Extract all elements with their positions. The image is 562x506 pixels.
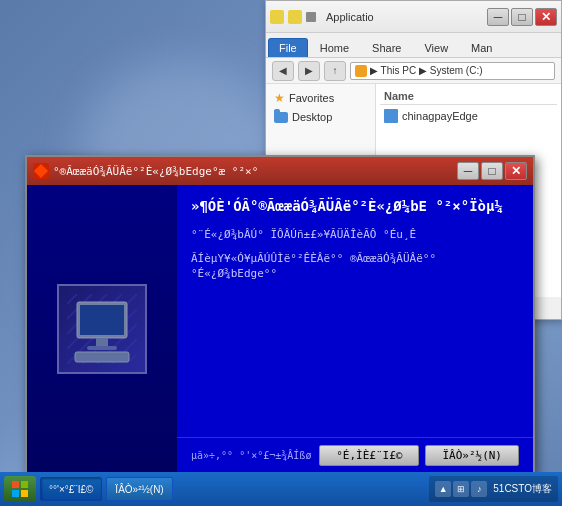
dialog-left-panel	[27, 185, 177, 473]
fe-favorites-label: Favorites	[289, 92, 334, 104]
dialog-window: °®ÃœæäÓ¾ÃÜÂë°²È«¿Ø¾bEdge°æ °²×° ─ □ ✕	[25, 155, 535, 475]
dialog-ok-button[interactable]: °É,ÌÈ£¨I£©	[319, 445, 419, 466]
fe-ribbon: File Home Share View Man	[266, 33, 561, 58]
windows-logo-icon	[11, 480, 29, 498]
fe-up-btn[interactable]: ↑	[324, 61, 346, 81]
dialog-titlebar: °®ÃœæäÓ¾ÃÜÂë°²È«¿Ø¾bEdge°æ °²×° ─ □ ✕	[27, 157, 533, 185]
fe-tab-man[interactable]: Man	[460, 38, 503, 57]
fe-tab-view[interactable]: View	[413, 38, 459, 57]
file-explorer-app-label: Applicatio	[326, 11, 485, 23]
fe-tab-file[interactable]: File	[268, 38, 308, 57]
tray-network-icon: ⊞	[453, 481, 469, 497]
taskbar: °°'×°£¨I£© ÏÂÒ»²½(N) ▲ ⊞ ♪ 51CSTO博客	[0, 472, 562, 506]
dialog-icon	[33, 163, 49, 179]
fe-address-text: ▶ This PC ▶ System (C:)	[370, 65, 483, 76]
fe-maximize-btn[interactable]: □	[511, 8, 533, 26]
svg-rect-11	[96, 338, 108, 346]
dialog-text1: °¨É«¿Ø¾bÂÚ° ÏÔÂÚñ±£»¥ÃÜÄÎèÃÔ °Éu¸Ê	[191, 227, 519, 242]
fe-icon2	[288, 10, 302, 24]
fe-forward-btn[interactable]: ▶	[298, 61, 320, 81]
fe-back-btn[interactable]: ◀	[272, 61, 294, 81]
fe-tab-home[interactable]: Home	[309, 38, 360, 57]
taskbar-task-dialog[interactable]: °°'×°£¨I£©	[40, 477, 102, 501]
svg-rect-12	[87, 346, 117, 350]
dialog-next-button[interactable]: ÏÂÒ»²½(N)	[425, 445, 519, 466]
fe-icon1	[270, 10, 284, 24]
svg-line-0	[67, 294, 77, 304]
fe-icon3	[306, 12, 316, 22]
file-explorer-titlebar: Applicatio ─ □ ✕	[266, 1, 561, 33]
dialog-body: »¶ÓÈ'ÓÂ°®ÃœæäÓ¾ÃÜÂë°²È«¿Ø¼bE °²×°Ïòµ¼ °¨…	[27, 185, 533, 473]
fe-close-btn[interactable]: ✕	[535, 8, 557, 26]
fe-minimize-btn[interactable]: ─	[487, 8, 509, 26]
dialog-icon-box	[57, 284, 147, 374]
fe-toolbar: ◀ ▶ ↑ ▶ This PC ▶ System (C:)	[266, 58, 561, 84]
dialog-heading: »¶ÓÈ'ÓÂ°®ÃœæäÓ¾ÃÜÂë°²È«¿Ø¼bE °²×°Ïòµ¼	[191, 197, 519, 215]
fe-tabs: File Home Share View Man	[266, 33, 561, 57]
dialog-footer-buttons: °É,ÌÈ£¨I£© ÏÂÒ»²½(N)	[319, 445, 519, 466]
tray-time: 51CSTO博客	[493, 482, 552, 496]
taskbar-task2-label: ÏÂÒ»²½(N)	[115, 484, 163, 495]
fe-desktop[interactable]: Desktop	[266, 108, 375, 126]
fe-address-bar[interactable]: ▶ This PC ▶ System (C:)	[350, 62, 555, 80]
start-button[interactable]	[4, 476, 36, 502]
dialog-right-panel: »¶ÓÈ'ÓÂ°®ÃœæäÓ¾ÃÜÂë°²È«¿Ø¼bE °²×°Ïòµ¼ °¨…	[177, 185, 533, 473]
taskbar-tray: ▲ ⊞ ♪ 51CSTO博客	[429, 476, 558, 502]
fe-desktop-label: Desktop	[292, 111, 332, 123]
dialog-close-btn[interactable]: ✕	[505, 162, 527, 180]
folder-icon	[274, 112, 288, 123]
dialog-restore-btn[interactable]: □	[481, 162, 503, 180]
svg-rect-10	[80, 305, 124, 335]
computer-icon	[67, 294, 137, 364]
fe-favorites[interactable]: ★ Favorites	[266, 88, 375, 108]
dialog-minimize-btn[interactable]: ─	[457, 162, 479, 180]
dialog-text2: ÃÍèµY¥«Ó¥µÃÚÛÌë°²ÊÈÂë°° ®ÃœæäÓ¾ÃÜÂë°° °É…	[191, 251, 519, 282]
tray-icon-1: ▲	[435, 481, 451, 497]
fe-tab-share[interactable]: Share	[361, 38, 412, 57]
svg-rect-16	[12, 490, 19, 497]
tray-volume-icon: ♪	[471, 481, 487, 497]
dialog-footer: µã»÷,°° °'×°£¬±¾ÂÍßø °É,ÌÈ£¨I£© ÏÂÒ»²½(N…	[177, 437, 533, 473]
svg-rect-17	[21, 490, 28, 497]
fe-name-header: Name	[380, 88, 557, 105]
star-icon: ★	[274, 91, 285, 105]
file-icon	[384, 109, 398, 123]
diamond-icon	[34, 164, 48, 178]
svg-rect-13	[75, 352, 129, 362]
taskbar-task-label: °°'×°£¨I£©	[49, 484, 93, 495]
taskbar-task2[interactable]: ÏÂÒ»²½(N)	[106, 477, 172, 501]
fe-item-label: chinagpayEdge	[402, 110, 478, 122]
fe-address-icon	[355, 65, 367, 77]
dialog-window-controls: ─ □ ✕	[457, 162, 527, 180]
dialog-title: °®ÃœæäÓ¾ÃÜÂë°²È«¿Ø¾bEdge°æ °²×°	[53, 165, 453, 178]
fe-file-item[interactable]: chinagpayEdge	[380, 107, 557, 125]
svg-rect-14	[12, 481, 19, 488]
svg-rect-15	[21, 481, 28, 488]
dialog-footer-text: µã»÷,°° °'×°£¬±¾ÂÍßø	[191, 450, 311, 461]
